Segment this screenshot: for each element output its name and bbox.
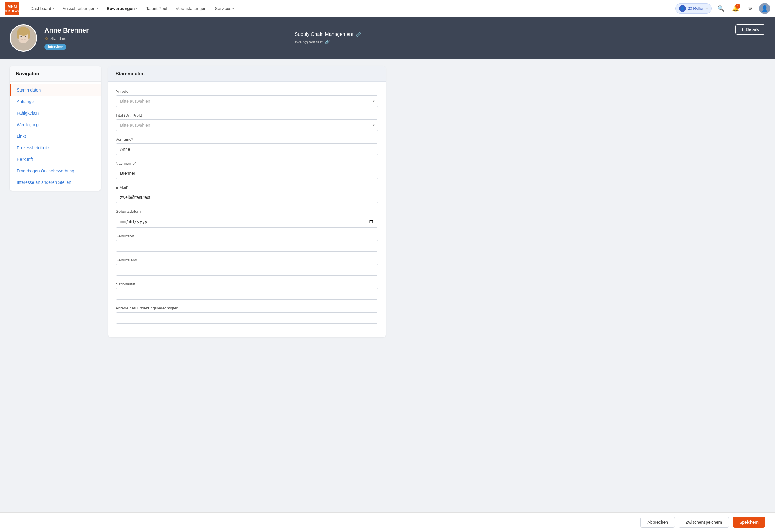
nav-item-bewerbungen[interactable]: Bewerbungen▾ [103,4,141,13]
sidebar-item-links[interactable]: Links [10,130,101,142]
sidebar-item-stammdaten[interactable]: Stammdaten [10,84,101,96]
nav-item-label: Dashboard [30,6,51,11]
sidebar-item-prozessbeteiligte[interactable]: Prozessbeteiligte [10,142,101,154]
profile-avatar [10,24,37,52]
main-content: Navigation StammdatenAnhängeFähigkeitenW… [0,59,396,344]
input-nationalitaet[interactable] [116,288,378,300]
nav-item-label: Ausschreibungen [63,6,95,11]
job-link-icon[interactable]: 🔗 [356,32,361,37]
form-group-geburtsdatum: Geburtsdatum [116,209,378,228]
svg-point-6 [25,36,26,37]
label-geburtsort: Geburtsort [116,234,378,238]
form-group-email: E-Mail* [116,185,378,203]
search-icon: 🔍 [718,5,724,12]
label-anrede_erz: Anrede des Erziehungsberechtigten [116,306,378,310]
sidebar-item-anhaenge[interactable]: Anhänge [10,96,101,107]
avatar-image [11,25,36,51]
input-nachname[interactable] [116,168,378,179]
svg-rect-4 [28,31,29,39]
nav-chevron-icon: ▾ [53,7,54,10]
form-group-titel: Titel (Dr., Prof.)Bitte auswählen▾ [116,113,378,131]
profile-header: Anne Brenner ☆ Standard Interview Supply… [0,17,775,59]
roles-button[interactable]: 👤 20 Rollen ▾ [675,3,712,14]
nav-item-label: Services [215,6,231,11]
sidebar-item-faehigkeiten[interactable]: Fähigkeiten [10,107,101,119]
nav-chevron-icon: ▾ [232,7,234,10]
notifications-button[interactable]: 🔔 1 [730,3,741,14]
profile-standard-label: Standard [50,36,67,41]
nav-chevron-icon: ▾ [97,7,98,10]
input-anrede_erz[interactable] [116,312,378,324]
form-group-geburtsort: Geburtsort [116,234,378,252]
input-geburtsdatum[interactable] [116,216,378,228]
nav-menu: Dashboard▾Ausschreibungen▾Bewerbungen▾Ta… [27,4,675,13]
sidebar-header: Navigation [10,66,101,82]
sidebar-item-herkunft[interactable]: Herkunft [10,154,101,165]
navbar: MHM MHM-HR.COM Dashboard▾Ausschreibungen… [0,0,775,17]
profile-info: Anne Brenner ☆ Standard Interview [44,26,280,50]
select-anrede[interactable]: Bitte auswählen [116,95,378,107]
sidebar-item-interesse-an-anderen-stellen[interactable]: Interesse an anderen Stellen [10,177,101,188]
svg-point-2 [17,27,29,36]
select-titel[interactable]: Bitte auswählen [116,119,378,131]
notification-badge: 1 [735,4,740,9]
form-area: Stammdaten AnredeBitte auswählen▾Titel (… [108,66,386,337]
nav-chevron-icon: ▾ [136,7,137,10]
email-link-icon[interactable]: 🔗 [324,40,330,44]
label-vorname: Vorname* [116,137,378,142]
logo-text: MHM MHM-HR.COM [5,5,19,12]
label-geburtsdatum: Geburtsdatum [116,209,378,214]
label-nachname: Nachname* [116,161,378,166]
form-group-anrede_erz: Anrede des Erziehungsberechtigten [116,306,378,324]
sidebar-item-werdegang[interactable]: Werdegang [10,119,101,130]
settings-button[interactable]: ⚙ [745,3,756,14]
logo[interactable]: MHM MHM-HR.COM [5,2,19,15]
form-card: Stammdaten AnredeBitte auswählen▾Titel (… [108,66,386,337]
nav-item-dashboard[interactable]: Dashboard▾ [27,4,58,13]
form-card-header: Stammdaten [108,66,386,82]
select-wrapper-titel: Bitte auswählen▾ [116,119,378,131]
info-icon: ℹ [742,27,743,32]
form-group-geburtsland: Geburtsland [116,258,378,276]
user-avatar[interactable]: 👤 [759,3,770,14]
form-group-nachname: Nachname* [116,161,378,179]
profile-email: zweib@test.test 🔗 [295,40,765,44]
label-titel: Titel (Dr., Prof.) [116,113,378,118]
profile-name: Anne Brenner [44,26,280,34]
search-button[interactable]: 🔍 [715,3,726,14]
label-geburtsland: Geburtsland [116,258,378,262]
nav-item-label: Talent Pool [146,6,167,11]
nav-item-talent-pool[interactable]: Talent Pool [142,4,171,13]
nav-item-veranstaltungen[interactable]: Veranstaltungen [172,4,210,13]
input-geburtsort[interactable] [116,240,378,252]
nav-item-ausschreibungen[interactable]: Ausschreibungen▾ [59,4,102,13]
roles-icon: 👤 [679,5,686,12]
details-button[interactable]: ℹ Details [735,24,765,35]
interview-badge: Interview [44,44,66,50]
form-body: AnredeBitte auswählen▾Titel (Dr., Prof.)… [108,82,386,337]
nav-item-label: Bewerbungen [107,6,135,11]
form-group-anrede: AnredeBitte auswählen▾ [116,89,378,107]
roles-chevron-icon: ▾ [706,7,708,10]
svg-rect-3 [17,31,19,39]
form-group-vorname: Vorname* [116,137,378,155]
input-geburtsland[interactable] [116,264,378,276]
details-label: Details [746,27,759,32]
select-wrapper-anrede: Bitte auswählen▾ [116,95,378,107]
sidebar: Navigation StammdatenAnhängeFähigkeitenW… [10,66,101,337]
label-nationalitaet: Nationalität [116,282,378,286]
label-email: E-Mail* [116,185,378,190]
sidebar-item-fragebogen-onlinebewerbung[interactable]: Fragebogen Onlinebewerbung [10,165,101,177]
star-icon: ☆ [44,36,49,41]
svg-point-5 [21,36,22,37]
profile-job-section: Supply Chain Management 🔗 zweib@test.tes… [287,32,765,44]
roles-label: 20 Rollen [688,6,704,11]
nav-item-services[interactable]: Services▾ [211,4,238,13]
input-email[interactable] [116,192,378,203]
label-anrede: Anrede [116,89,378,94]
profile-job-title: Supply Chain Management 🔗 [295,32,765,37]
gear-icon: ⚙ [748,5,753,12]
input-vorname[interactable] [116,143,378,155]
navbar-right: 👤 20 Rollen ▾ 🔍 🔔 1 ⚙ 👤 [675,3,770,14]
form-group-nationalitaet: Nationalität [116,282,378,300]
